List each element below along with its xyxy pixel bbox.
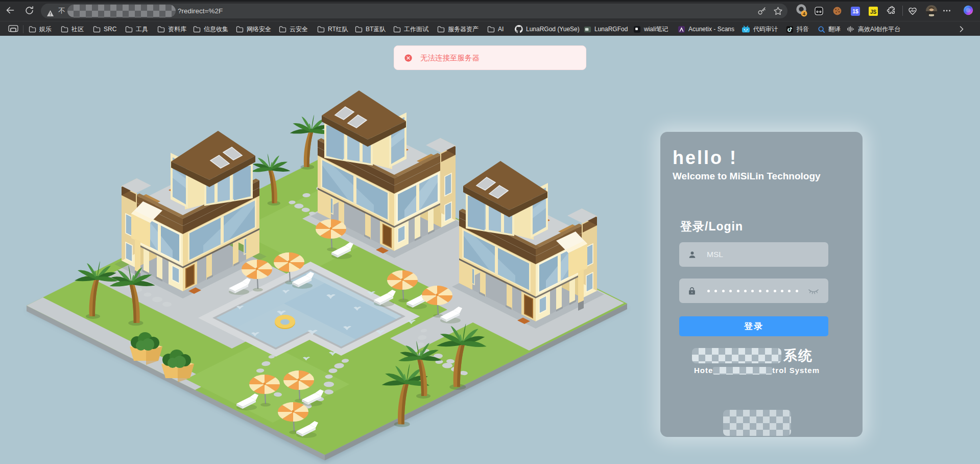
svg-text:4: 4 [803,11,806,16]
svg-text:JS: JS [870,9,877,15]
svg-text:1$: 1$ [852,8,858,14]
